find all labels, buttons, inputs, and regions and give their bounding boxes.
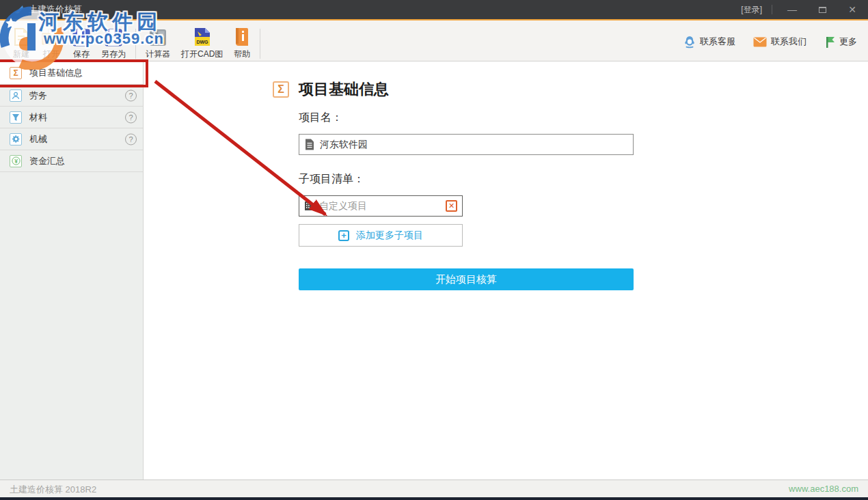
envelope-icon [753, 37, 767, 47]
more-flag-icon [824, 36, 835, 48]
start-accounting-button[interactable]: 开始项目核算 [299, 268, 634, 290]
sidebar-item-project-info[interactable]: Σ 项目基础信息 [0, 61, 143, 85]
window-title: 土建造价核算 [29, 0, 82, 19]
gear-icon [10, 133, 22, 145]
subproject-list-label: 子项目清单： [299, 172, 364, 186]
maximize-button[interactable] [812, 0, 832, 19]
calculator-button[interactable]: + − × ÷ 计算器 [140, 23, 176, 60]
app-logo-icon [14, 4, 25, 15]
login-link[interactable]: [登录] [741, 4, 762, 16]
qq-service-icon [683, 36, 696, 48]
version-text: 土建造价核算 2018R2 [10, 484, 96, 496]
open-cad-button-label: 打开CAD图 [181, 48, 223, 60]
building-icon [304, 201, 314, 211]
add-subproject-button[interactable]: + 添加更多子项目 [299, 224, 463, 247]
main-content: Σ 项目基础信息 项目名： 河东软件园 子项目清单： 自定义项目 ✕ + [144, 61, 868, 480]
sidebar-item-fund-summary[interactable]: ¥ 资金汇总 [0, 150, 143, 172]
new-button[interactable]: 新建 [7, 23, 36, 60]
svg-text:¥: ¥ [14, 158, 18, 165]
sidebar-item-materials[interactable]: 材料 ? [0, 107, 143, 128]
svg-text:×: × [152, 38, 156, 44]
status-bar: 土建造价核算 2018R2 www.aec188.com [0, 480, 868, 497]
save-floppy-icon [72, 29, 90, 46]
save-as-button-label: 另存为 [101, 48, 126, 60]
sidebar-item-label: 材料 [29, 111, 47, 124]
help-circle-icon[interactable]: ? [125, 111, 137, 123]
new-button-label: 新建 [13, 48, 29, 60]
document-icon [305, 139, 314, 150]
bottom-edge-strip [0, 497, 868, 500]
subproject-input[interactable]: 自定义项目 ✕ [299, 195, 463, 217]
save-as-button[interactable]: 另存为 [96, 23, 131, 60]
funnel-icon [10, 111, 22, 124]
open-cad-button[interactable]: DWG 打开CAD图 [176, 23, 228, 60]
open-button-label: 打开 [43, 48, 59, 60]
toolbar: 新建 打开 保存 [0, 19, 868, 61]
open-button[interactable]: 打开 [36, 23, 67, 60]
calculator-icon: + − × ÷ [149, 29, 167, 46]
app-window: 土建造价核算 [登录] — ✕ 新建 [0, 0, 868, 500]
sidebar: Σ 项目基础信息 劳务 ? 材料 ? 机械 ? ¥ [0, 61, 144, 480]
plus-icon: + [338, 230, 349, 241]
svg-text:÷: ÷ [160, 38, 163, 44]
more-link[interactable]: 更多 [824, 36, 857, 48]
website-link[interactable]: www.aec188.com [789, 484, 858, 494]
project-name-label: 项目名： [299, 111, 342, 125]
titlebar-separator [772, 5, 772, 14]
help-button[interactable]: 帮助 [228, 23, 256, 60]
sigma-icon: Σ [10, 67, 22, 79]
toolbar-separator [260, 29, 260, 59]
yuan-icon: ¥ [10, 155, 22, 167]
help-circle-icon[interactable]: ? [125, 89, 137, 101]
page-title: 项目基础信息 [299, 79, 389, 100]
sidebar-item-labor[interactable]: 劳务 ? [0, 85, 143, 107]
toolbar-separator [135, 29, 136, 59]
maximize-icon [819, 7, 826, 13]
sidebar-item-label: 项目基础信息 [29, 67, 83, 79]
help-circle-icon[interactable]: ? [125, 133, 137, 145]
project-name-value: 河东软件园 [320, 139, 627, 151]
dwg-file-icon: DWG [193, 27, 211, 46]
title-bar: 土建造价核算 [登录] — ✕ [0, 0, 868, 19]
sidebar-item-label: 机械 [29, 133, 47, 145]
project-name-input[interactable]: 河东软件园 [299, 134, 634, 155]
add-subproject-label: 添加更多子项目 [356, 230, 423, 242]
help-book-icon [234, 27, 250, 46]
svg-text:+: + [152, 31, 156, 38]
more-label: 更多 [839, 36, 857, 48]
contact-us-label: 联系我们 [771, 36, 806, 48]
help-button-label: 帮助 [234, 48, 250, 60]
person-icon [10, 89, 22, 102]
save-button[interactable]: 保存 [67, 23, 96, 60]
contact-service-link[interactable]: 联系客服 [683, 36, 735, 48]
sidebar-item-label: 劳务 [29, 89, 47, 102]
contact-us-link[interactable]: 联系我们 [753, 36, 806, 48]
sigma-header-icon: Σ [273, 81, 289, 98]
save-button-label: 保存 [73, 48, 90, 60]
dwg-badge: DWG [196, 40, 208, 44]
new-document-icon [12, 27, 30, 46]
save-as-floppy-icon [105, 29, 122, 46]
delete-subproject-icon[interactable]: ✕ [446, 200, 457, 212]
open-folder-icon [41, 27, 62, 46]
sidebar-item-machinery[interactable]: 机械 ? [0, 128, 143, 150]
svg-text:−: − [159, 31, 163, 38]
subproject-value: 自定义项目 [319, 200, 441, 212]
sidebar-item-label: 资金汇总 [29, 155, 65, 167]
contact-service-label: 联系客服 [700, 36, 735, 48]
minimize-button[interactable]: — [782, 0, 802, 19]
close-button[interactable]: ✕ [842, 0, 863, 19]
calculator-button-label: 计算器 [146, 48, 170, 60]
